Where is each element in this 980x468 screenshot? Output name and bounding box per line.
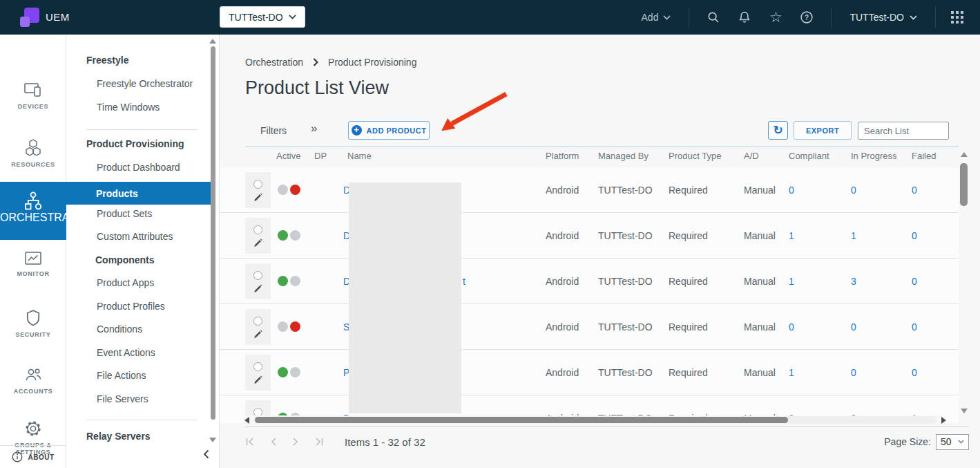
table-vscrollbar-thumb[interactable] xyxy=(960,163,968,206)
about-button[interactable]: ABOUT xyxy=(0,445,66,468)
subnav-scrollbar[interactable] xyxy=(210,35,216,468)
row-radio-select[interactable] xyxy=(253,271,262,280)
breadcrumb: Orchestration Product Provisioning xyxy=(245,57,416,68)
search-icon[interactable] xyxy=(706,10,721,25)
row-radio-select[interactable] xyxy=(253,225,262,234)
subnav-header-freestyle[interactable]: Freestyle xyxy=(86,55,128,66)
subnav-item-product-apps[interactable]: Product Apps xyxy=(97,277,154,288)
row-radio-select[interactable] xyxy=(253,362,262,371)
failed-count-link[interactable]: 0 xyxy=(912,167,917,212)
subnav-header-components[interactable]: Components xyxy=(95,254,155,265)
row-radio-select[interactable] xyxy=(253,317,262,326)
col-header-name[interactable]: Name xyxy=(347,151,372,161)
edit-pencil-icon[interactable] xyxy=(253,236,263,247)
subnav-item-event-actions[interactable]: Event Actions xyxy=(97,347,155,358)
col-header-product-type[interactable]: Product Type xyxy=(669,151,721,161)
refresh-button[interactable]: ↻ xyxy=(768,121,788,140)
row-select-edit-cell[interactable] xyxy=(245,309,271,345)
subnav-item-freestyle-orchestrator[interactable]: Freestyle Orchestrator xyxy=(97,78,193,89)
organization-group-selector[interactable]: TUTTest-DO xyxy=(220,6,305,28)
rail-item-devices[interactable]: DEVICES xyxy=(0,82,66,110)
failed-count-link[interactable]: 0 xyxy=(912,304,917,349)
subnav-item-products-selected[interactable]: Products xyxy=(66,182,212,205)
subnav-item-product-profiles[interactable]: Product Profiles xyxy=(97,301,165,312)
subnav-item-custom-attributes[interactable]: Custom Attributes xyxy=(97,231,173,242)
rail-item-security[interactable]: SECURITY xyxy=(0,308,66,338)
table-hscrollbar[interactable] xyxy=(244,415,946,424)
rail-item-monitor[interactable]: MONITOR xyxy=(0,250,66,277)
failed-count-link[interactable]: 0 xyxy=(912,213,917,258)
breadcrumb-product-provisioning[interactable]: Product Provisioning xyxy=(328,57,416,68)
col-header-dp[interactable]: DP xyxy=(314,151,327,161)
subnav-item-conditions[interactable]: Conditions xyxy=(97,324,142,335)
subnav-item-time-windows[interactable]: Time Windows xyxy=(97,102,160,113)
row-select-edit-cell[interactable] xyxy=(245,218,271,254)
failed-count-link[interactable]: 0 xyxy=(912,350,917,395)
scroll-right-arrow[interactable] xyxy=(941,417,946,424)
failed-count-link[interactable]: 0 xyxy=(912,259,917,303)
subnav-header-relay-servers[interactable]: Relay Servers xyxy=(86,431,151,442)
table-scroll-down-arrow[interactable] xyxy=(961,409,968,413)
edit-pencil-icon[interactable] xyxy=(253,191,263,201)
subnav-scroll-down-arrow[interactable] xyxy=(209,438,216,442)
subnav-item-product-sets[interactable]: Product Sets xyxy=(97,208,152,219)
edit-pencil-icon[interactable] xyxy=(253,282,263,292)
rail-item-resources[interactable]: RESOURCES xyxy=(0,138,66,168)
row-select-edit-cell[interactable] xyxy=(245,263,271,299)
rail-item-orchestration[interactable]: ORCHESTRATION xyxy=(0,182,66,240)
rail-item-accounts[interactable]: ACCOUNTS xyxy=(0,365,66,395)
product-type-cell: Required xyxy=(669,213,708,258)
first-page-icon[interactable] xyxy=(245,437,256,447)
row-radio-select[interactable] xyxy=(253,180,262,189)
subnav-scrollbar-thumb[interactable] xyxy=(211,46,215,420)
subnav-item-file-actions[interactable]: File Actions xyxy=(97,370,146,381)
in-progress-count-link[interactable]: 0 xyxy=(851,167,856,212)
edit-pencil-icon[interactable] xyxy=(253,373,263,384)
col-header-in-progress[interactable]: In Progress xyxy=(851,151,896,161)
page-size-label: Page Size: xyxy=(884,436,931,447)
col-header-platform[interactable]: Platform xyxy=(546,151,579,161)
col-header-failed[interactable]: Failed xyxy=(912,151,936,161)
compliant-count-link[interactable]: 1 xyxy=(789,259,794,303)
notifications-bell-icon[interactable] xyxy=(737,10,752,25)
subnav-header-product-provisioning[interactable]: Product Provisioning xyxy=(86,138,184,149)
subnav-item-file-servers[interactable]: File Servers xyxy=(97,393,148,404)
in-progress-count-link[interactable]: 0 xyxy=(851,350,856,395)
account-selector[interactable]: TUTTest-DO xyxy=(832,12,935,23)
hscrollbar-track[interactable] xyxy=(253,416,937,424)
page-size-select[interactable]: 50 xyxy=(936,434,969,450)
chevron-down-icon xyxy=(910,15,917,20)
in-progress-count-link[interactable]: 3 xyxy=(851,259,856,303)
compliant-count-link[interactable]: 1 xyxy=(789,213,794,258)
next-page-icon[interactable] xyxy=(291,437,300,447)
favorites-star-icon[interactable]: ☆ xyxy=(768,10,783,25)
row-select-edit-cell[interactable] xyxy=(245,172,271,208)
compliant-count-link[interactable]: 0 xyxy=(789,304,794,349)
compliant-count-link[interactable]: 1 xyxy=(789,350,794,395)
row-select-edit-cell[interactable] xyxy=(245,355,271,391)
app-launcher-grid-icon[interactable] xyxy=(936,11,973,24)
prev-page-icon[interactable] xyxy=(269,437,278,447)
compliant-count-link[interactable]: 0 xyxy=(789,167,794,212)
expand-filters-icon[interactable] xyxy=(311,122,317,135)
last-page-icon[interactable] xyxy=(314,437,324,447)
add-menu[interactable]: Add xyxy=(624,12,689,23)
hscrollbar-thumb[interactable] xyxy=(255,417,788,423)
col-header-active[interactable]: Active xyxy=(276,151,300,161)
edit-pencil-icon[interactable] xyxy=(253,328,263,338)
col-header-managed-by[interactable]: Managed By xyxy=(598,151,648,161)
help-icon[interactable]: ? xyxy=(799,10,814,25)
search-list-input[interactable] xyxy=(858,122,949,140)
export-button[interactable]: EXPORT xyxy=(794,121,852,140)
add-product-button[interactable]: ADD PRODUCT xyxy=(348,121,430,140)
in-progress-count-link[interactable]: 0 xyxy=(851,304,856,349)
col-header-ad[interactable]: A/D xyxy=(744,151,759,161)
breadcrumb-orchestration[interactable]: Orchestration xyxy=(245,57,303,68)
subnav-item-product-dashboard[interactable]: Product Dashboard xyxy=(97,162,180,173)
filters-label[interactable]: Filters xyxy=(260,125,287,136)
scroll-left-arrow[interactable] xyxy=(244,417,249,424)
table-scroll-up-arrow[interactable] xyxy=(961,152,968,157)
col-header-compliant[interactable]: Compliant xyxy=(789,151,829,161)
subnav-collapse-icon[interactable] xyxy=(203,449,209,462)
in-progress-count-link[interactable]: 1 xyxy=(851,213,856,258)
